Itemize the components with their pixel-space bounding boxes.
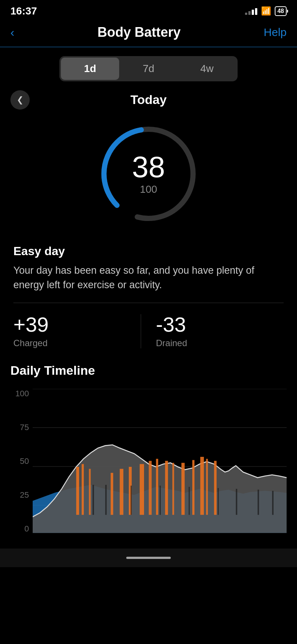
svg-rect-19 bbox=[172, 463, 174, 515]
svg-rect-33 bbox=[272, 491, 274, 515]
help-button[interactable]: Help bbox=[264, 26, 287, 39]
svg-rect-16 bbox=[149, 461, 152, 515]
chevron-left-icon: ❮ bbox=[17, 95, 23, 105]
status-bar: 16:37 📶 48 bbox=[0, 0, 297, 21]
status-icons: 📶 48 bbox=[245, 6, 287, 16]
period-tabs: 1d 7d 4w bbox=[59, 56, 238, 81]
nav-header: ‹ Body Battery Help bbox=[0, 21, 297, 47]
svg-rect-24 bbox=[214, 461, 217, 515]
stats-row: +39 Charged -33 Drained bbox=[0, 303, 297, 360]
svg-rect-15 bbox=[140, 464, 144, 515]
description-section: Easy day Your day has been easy so far, … bbox=[0, 237, 297, 303]
charged-label: Charged bbox=[13, 338, 141, 348]
gauge-value: 38 bbox=[132, 152, 165, 182]
gauge-center: 38 100 bbox=[132, 152, 165, 195]
bottom-bar bbox=[0, 549, 297, 567]
svg-rect-23 bbox=[206, 459, 208, 515]
y-label-75: 75 bbox=[10, 423, 33, 432]
time-display: 16:37 bbox=[10, 5, 37, 17]
svg-rect-22 bbox=[200, 457, 204, 515]
svg-rect-20 bbox=[182, 463, 185, 515]
svg-rect-28 bbox=[160, 486, 161, 515]
battery-icon: 48 bbox=[275, 6, 287, 16]
signal-icon bbox=[245, 7, 257, 15]
svg-rect-17 bbox=[156, 459, 158, 515]
charged-value: +39 bbox=[13, 314, 141, 335]
body-battery-gauge: 38 100 bbox=[93, 118, 204, 230]
y-label-50: 50 bbox=[10, 456, 33, 466]
prev-date-button[interactable]: ❮ bbox=[10, 90, 30, 110]
svg-rect-27 bbox=[131, 486, 132, 515]
tab-4w[interactable]: 4w bbox=[178, 58, 236, 80]
y-label-0: 0 bbox=[10, 524, 33, 534]
y-label-100: 100 bbox=[10, 389, 33, 399]
svg-rect-11 bbox=[89, 469, 91, 515]
chart-plot bbox=[33, 389, 287, 545]
svg-rect-21 bbox=[192, 460, 195, 515]
wifi-icon: 📶 bbox=[261, 6, 271, 16]
chart-y-labels: 100 75 50 25 0 bbox=[10, 389, 33, 545]
svg-rect-18 bbox=[165, 461, 168, 515]
svg-rect-29 bbox=[189, 487, 190, 515]
drained-label: Drained bbox=[156, 338, 284, 348]
svg-rect-10 bbox=[82, 464, 84, 515]
back-button[interactable]: ‹ bbox=[10, 26, 14, 39]
date-label: Today bbox=[130, 92, 167, 107]
gauge-max: 100 bbox=[132, 183, 165, 195]
timeline-section: Daily Timeline 100 75 50 25 0 bbox=[0, 360, 297, 545]
y-label-25: 25 bbox=[10, 490, 33, 500]
drained-stat: -33 Drained bbox=[141, 314, 284, 348]
home-indicator bbox=[126, 557, 171, 559]
svg-rect-9 bbox=[76, 467, 79, 515]
chart-area: 100 75 50 25 0 bbox=[10, 389, 287, 545]
svg-rect-30 bbox=[218, 488, 219, 515]
svg-rect-12 bbox=[111, 473, 113, 515]
timeline-title: Daily Timeline bbox=[10, 363, 287, 378]
svg-rect-31 bbox=[236, 489, 237, 515]
tab-1d[interactable]: 1d bbox=[61, 58, 119, 80]
period-selector: 1d 7d 4w bbox=[0, 47, 297, 89]
gauge-container: 38 100 bbox=[0, 107, 297, 237]
svg-rect-26 bbox=[105, 485, 107, 515]
timeline-chart bbox=[33, 389, 287, 545]
svg-rect-13 bbox=[120, 469, 124, 515]
tab-7d[interactable]: 7d bbox=[119, 58, 177, 80]
svg-rect-32 bbox=[258, 490, 259, 515]
drained-value: -33 bbox=[156, 314, 284, 335]
description-text: Your day has been easy so far, and you h… bbox=[13, 263, 284, 292]
charged-stat: +39 Charged bbox=[13, 314, 141, 348]
svg-rect-25 bbox=[92, 485, 94, 515]
description-title: Easy day bbox=[13, 244, 284, 258]
page-title: Body Battery bbox=[97, 25, 180, 40]
date-navigation: ❮ Today bbox=[0, 89, 297, 107]
